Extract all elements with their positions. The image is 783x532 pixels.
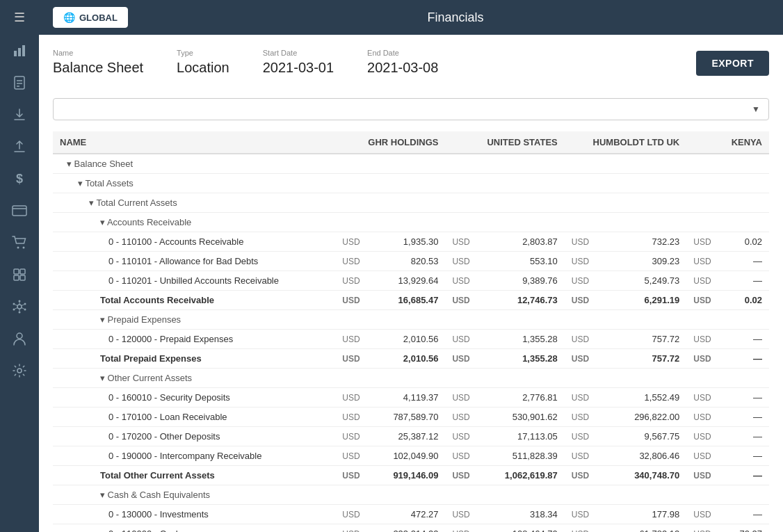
sidebar-icon-chart[interactable] xyxy=(0,35,39,67)
table-row: 0 - 110101 - Allowance for Bad Debts USD… xyxy=(53,252,769,271)
svg-line-23 xyxy=(22,305,24,306)
name-label: Name xyxy=(53,49,143,57)
start-date-value: 2021-03-01 xyxy=(263,60,334,76)
svg-point-10 xyxy=(23,247,25,249)
table-row: 0 - 110000 - Cash USD233,214.22 USD108,4… xyxy=(53,524,769,533)
upload-icon xyxy=(13,140,26,154)
table-row: Total Accounts Receivable USD16,685.47 U… xyxy=(53,291,769,310)
name-value: Balance Sheet xyxy=(53,60,143,76)
table-header-row: NAME GHR HOLDINGS UNITED STATES HUMBOLDT… xyxy=(53,131,769,154)
sidebar-icon-upload[interactable] xyxy=(0,131,39,163)
svg-point-16 xyxy=(19,300,21,303)
svg-rect-0 xyxy=(14,51,17,56)
type-value: Location xyxy=(177,60,229,76)
svg-line-26 xyxy=(15,308,17,309)
sidebar-icon-settings[interactable] xyxy=(0,355,39,387)
svg-point-17 xyxy=(24,303,26,305)
svg-rect-1 xyxy=(18,48,21,56)
table-row: 0 - 110100 - Accounts Receivable USD1,93… xyxy=(53,232,769,252)
table-row: 0 - 110201 - Unbilled Accounts Receivabl… xyxy=(53,271,769,291)
cart-icon xyxy=(12,236,27,250)
report-end-date-field: End Date 2021-03-08 xyxy=(367,49,438,76)
svg-point-28 xyxy=(17,333,22,339)
svg-rect-11 xyxy=(14,269,19,274)
table-row: Total Prepaid Expenses USD2,010.56 USD1,… xyxy=(53,349,769,369)
document-icon xyxy=(13,76,26,90)
globe-icon: 🌐 xyxy=(63,12,75,23)
user-icon xyxy=(13,332,26,346)
sidebar-icon-cart[interactable] xyxy=(0,227,39,259)
end-date-value: 2021-03-08 xyxy=(367,60,438,76)
collapse-icon[interactable]: ▾ xyxy=(100,314,105,325)
svg-point-19 xyxy=(19,312,21,314)
export-button[interactable]: EXPORT xyxy=(696,51,769,76)
card-icon xyxy=(12,205,27,216)
settings-icon xyxy=(13,364,26,378)
svg-rect-7 xyxy=(13,206,26,216)
svg-rect-3 xyxy=(15,76,24,89)
svg-rect-13 xyxy=(14,275,19,280)
download-icon xyxy=(13,108,26,122)
table-row: 0 - 170100 - Loan Receivable USD787,589.… xyxy=(53,408,769,427)
network-icon xyxy=(13,300,26,314)
report-start-date-field: Start Date 2021-03-01 xyxy=(263,49,334,76)
start-date-label: Start Date xyxy=(263,49,334,57)
sidebar-icon-download[interactable] xyxy=(0,99,39,131)
table-row: Total Other Current Assets USD919,146.09… xyxy=(53,466,769,485)
global-button[interactable]: 🌐 GLOBAL xyxy=(53,7,128,28)
svg-point-15 xyxy=(17,305,22,309)
table-row: ▾ Total Assets xyxy=(53,174,769,193)
filter-dropdown[interactable]: ▼ xyxy=(53,98,769,120)
app-title: Financials xyxy=(142,10,769,25)
col-humboldt: HUMBOLDT LTD UK xyxy=(565,131,686,154)
svg-point-18 xyxy=(24,309,26,311)
svg-point-9 xyxy=(17,247,19,249)
svg-point-29 xyxy=(17,369,22,373)
table-row: 0 - 190000 - Intercompany Receivable USD… xyxy=(53,446,769,466)
content-area: Name Balance Sheet Type Location Start D… xyxy=(39,35,783,532)
topbar: 🌐 GLOBAL Financials xyxy=(39,0,783,35)
end-date-label: End Date xyxy=(367,49,438,57)
table-row: ▾ Other Current Assets xyxy=(53,369,769,388)
sidebar-icon-card[interactable] xyxy=(0,195,39,227)
chart-icon xyxy=(13,44,26,58)
grid-icon xyxy=(13,268,26,281)
report-type-field: Type Location xyxy=(177,49,229,76)
table-row: ▾ Accounts Receivable xyxy=(53,213,769,232)
sidebar-icon-dollar[interactable]: $ xyxy=(0,163,39,195)
collapse-icon[interactable]: ▾ xyxy=(89,198,94,208)
report-name-field: Name Balance Sheet xyxy=(53,49,143,76)
collapse-icon[interactable]: ▾ xyxy=(100,490,105,500)
col-us: UNITED STATES xyxy=(445,131,564,154)
sidebar-icon-user[interactable] xyxy=(0,323,39,355)
col-ghr: GHR HOLDINGS xyxy=(335,131,445,154)
collapse-icon[interactable]: ▾ xyxy=(67,159,72,169)
svg-line-27 xyxy=(15,305,17,306)
sidebar-icon-document[interactable] xyxy=(0,67,39,99)
global-label: GLOBAL xyxy=(79,13,118,23)
report-table: NAME GHR HOLDINGS UNITED STATES HUMBOLDT… xyxy=(53,131,769,532)
collapse-icon[interactable]: ▾ xyxy=(100,373,105,383)
table-row: ▾ Total Current Assets xyxy=(53,193,769,213)
table-row: 0 - 120000 - Prepaid Expenses USD2,010.5… xyxy=(53,330,769,349)
table-row: ▾ Prepaid Expenses xyxy=(53,310,769,330)
svg-point-21 xyxy=(13,303,15,305)
svg-rect-14 xyxy=(20,275,25,280)
sidebar-icon-grid[interactable] xyxy=(0,259,39,291)
collapse-icon[interactable]: ▾ xyxy=(78,178,83,188)
hamburger-button[interactable]: ☰ xyxy=(0,0,39,35)
table-row: 0 - 170200 - Other Deposits USD25,387.12… xyxy=(53,427,769,446)
collapse-icon[interactable]: ▾ xyxy=(100,217,105,227)
sidebar: ☰ $ xyxy=(0,0,39,532)
sidebar-icon-network[interactable] xyxy=(0,291,39,323)
main-area: 🌐 GLOBAL Financials Name Balance Sheet T… xyxy=(39,0,783,532)
type-label: Type xyxy=(177,49,229,57)
col-name: NAME xyxy=(53,131,335,154)
hamburger-icon: ☰ xyxy=(14,10,25,25)
col-kenya: KENYA xyxy=(686,131,769,154)
table-row: 0 - 160010 - Security Deposits USD4,119.… xyxy=(53,388,769,408)
svg-rect-12 xyxy=(20,269,25,274)
chevron-down-icon: ▼ xyxy=(752,104,760,114)
table-row: 0 - 130000 - Investments USD472.27 USD31… xyxy=(53,505,769,524)
report-header: Name Balance Sheet Type Location Start D… xyxy=(53,49,769,87)
